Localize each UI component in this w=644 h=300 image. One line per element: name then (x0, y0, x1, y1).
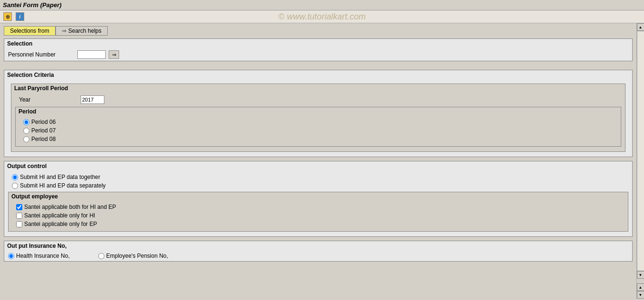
submit-separately-label: Submit HI and EP data separately (20, 182, 106, 189)
period-07-label: Period 07 (31, 127, 56, 134)
submit-separately-radio[interactable] (12, 183, 18, 189)
watermark-text: © www.tutorialkart.com (278, 12, 365, 22)
period-07-radio[interactable] (23, 128, 29, 134)
check-ep-only-row: Santei applicable only for EP (12, 220, 624, 228)
health-insurance-radio[interactable] (8, 253, 14, 259)
personnel-number-input[interactable] (77, 50, 106, 59)
scroll-down-icon: ▼ (639, 273, 643, 277)
output-insurance-title: Out put Insurance No, (4, 241, 632, 251)
tab-row: Selections from ⇒ Search helps (4, 26, 633, 36)
selection-criteria-panel: Selection Criteria Last Paryroll Period … (4, 70, 633, 157)
selection-criteria-content: Last Paryroll Period Year Period (4, 80, 632, 157)
output-employee-panel: Output employee Santei applicable both f… (8, 192, 628, 232)
year-label: Year (19, 96, 76, 103)
check-hi-only[interactable] (16, 213, 22, 219)
check-both-label: Santei applicable both for HI and EP (24, 204, 116, 210)
info-icon-inner: i (16, 12, 24, 21)
submit-together-radio[interactable] (12, 174, 18, 180)
title-bar: Santei Form (Paper) (0, 0, 644, 10)
period-content: Period 06 Period 07 Period 08 (16, 116, 621, 146)
scroll-up-btn[interactable]: ▲ (637, 23, 644, 31)
period-08-radio[interactable] (23, 136, 29, 142)
pension-row: Employee's Pension No, (98, 253, 168, 259)
selection-criteria-title: Selection Criteria (4, 70, 632, 80)
content-area: Selections from ⇒ Search helps Selection… (0, 23, 636, 299)
personnel-number-btn-icon: ⇒ (112, 52, 116, 58)
scroll-down2-icon: ▼ (639, 293, 643, 297)
personnel-number-row: Personnel Number ⇒ (4, 48, 632, 61)
period-07-row: Period 07 (19, 126, 617, 135)
output-employee-content: Santei applicable both for HI and EP San… (9, 201, 628, 231)
pension-radio[interactable] (98, 253, 104, 259)
submit-separately-row: Submit HI and EP data separately (8, 181, 628, 190)
personnel-number-label: Personnel Number (8, 51, 75, 58)
output-control-panel: Output control Submit HI and EP data tog… (4, 161, 633, 237)
period-06-row: Period 06 (19, 118, 617, 126)
check-both[interactable] (16, 204, 22, 210)
selections-from-label: Selections from (10, 28, 49, 34)
period-06-radio[interactable] (23, 119, 29, 125)
period-title: Period (16, 107, 621, 116)
output-control-title: Output control (4, 161, 632, 171)
title-text: Santei Form (Paper) (3, 1, 62, 9)
scroll-down-btn[interactable]: ▼ (637, 271, 644, 279)
selection-title: Selection (4, 39, 632, 48)
submit-together-row: Submit HI and EP data together (8, 173, 628, 181)
submit-together-label: Submit HI and EP data together (20, 174, 100, 180)
insurance-radios: Health Insurance No, Employee's Pension … (4, 251, 632, 261)
scroll-track[interactable] (637, 31, 644, 271)
output-employee-title: Output employee (9, 192, 628, 201)
period-08-label: Period 08 (31, 136, 56, 142)
last-payroll-period-title: Last Paryroll Period (11, 84, 625, 93)
health-insurance-row: Health Insurance No, (8, 253, 70, 259)
search-helps-label: Search helps (68, 28, 102, 34)
health-insurance-label: Health Insurance No, (16, 253, 70, 259)
check-both-row: Santei applicable both for HI and EP (12, 203, 624, 211)
check-ep-only-label: Santei applicable only for EP (24, 221, 97, 227)
output-control-content: Submit HI and EP data together Submit HI… (4, 171, 632, 236)
toolbar: ⊕ i © www.tutorialkart.com (0, 10, 644, 23)
year-input[interactable] (81, 95, 104, 104)
check-hi-only-label: Santei applicable only for HI (24, 212, 95, 219)
period-panel: Period Period 06 Period 07 (15, 107, 621, 147)
selection-panel: Selection Personnel Number ⇒ (4, 38, 633, 61)
search-helps-tab[interactable]: ⇒ Search helps (56, 26, 108, 36)
personnel-number-btn[interactable]: ⇒ (109, 50, 119, 59)
selections-from-tab[interactable]: Selections from (4, 26, 56, 36)
main-content: Selections from ⇒ Search helps Selection… (0, 23, 644, 299)
scroll-up-icon: ▲ (639, 25, 643, 29)
period-06-label: Period 06 (31, 119, 56, 125)
output-insurance-panel: Out put Insurance No, Health Insurance N… (4, 241, 633, 262)
year-row: Year (15, 94, 621, 105)
check-hi-only-row: Santei applicable only for HI (12, 211, 624, 220)
scroll-up2-icon: ▲ (639, 285, 643, 290)
scroll-down2-btn[interactable]: ▼ (637, 291, 644, 299)
info-icon[interactable]: i (15, 12, 25, 21)
scrollbar: ▲ ▼ ▲ ▼ (636, 23, 644, 299)
gear-icon-inner: ⊕ (3, 12, 12, 21)
check-ep-only[interactable] (16, 221, 22, 227)
pension-label: Employee's Pension No, (106, 253, 168, 259)
scroll-up2-btn[interactable]: ▲ (637, 283, 644, 291)
search-arrow-icon: ⇒ (62, 28, 66, 34)
gear-icon[interactable]: ⊕ (3, 12, 12, 21)
period-08-row: Period 08 (19, 135, 617, 143)
last-payroll-period-content: Year Period Period 06 (11, 93, 625, 151)
last-payroll-period-panel: Last Paryroll Period Year Period (11, 84, 625, 152)
